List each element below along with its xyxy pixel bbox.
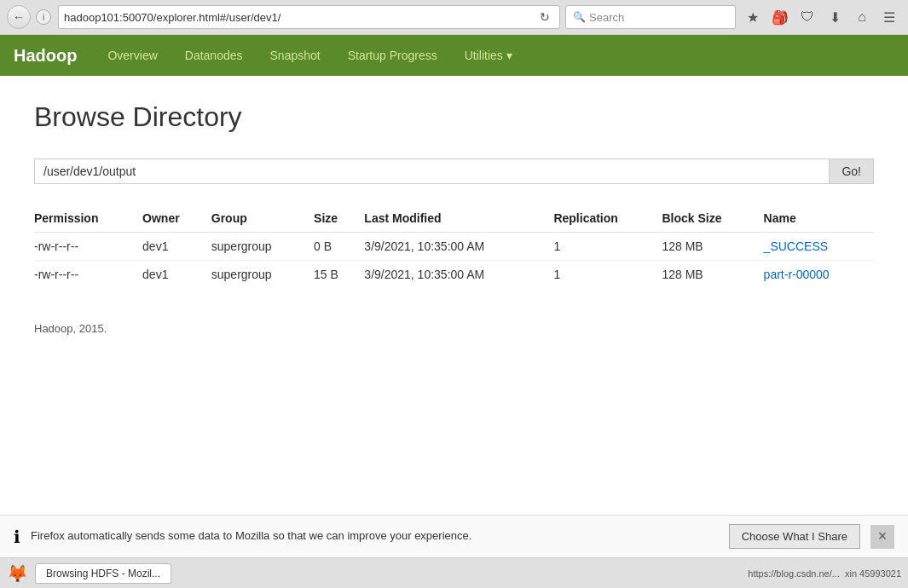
table-cell-0: -rw-r--r--: [34, 261, 142, 289]
shield-icon[interactable]: 🛡: [795, 5, 819, 29]
table-cell-1: dev1: [142, 261, 211, 289]
notification-text: Firefox automatically sends some data to…: [31, 528, 719, 544]
status-tab[interactable]: Browsing HDFS - Mozil...: [35, 563, 171, 584]
table-body: -rw-r--r--dev1supergroup0 B3/9/2021, 10:…: [34, 233, 874, 289]
notification-icon: ℹ: [14, 527, 20, 547]
col-owner: Owner: [142, 205, 211, 233]
directory-input-row: Go!: [34, 159, 874, 184]
go-button[interactable]: Go!: [830, 159, 874, 184]
browser-toolbar: ← i hadoop101:50070/explorer.html#/user/…: [0, 0, 908, 34]
col-name: Name: [764, 205, 874, 233]
status-right: https://blog.csdn.ne/... xin 45993021: [748, 568, 901, 579]
table-header: Permission Owner Group Size Last Modifie…: [34, 205, 874, 233]
table-cell-1: dev1: [142, 233, 211, 261]
nav-item-startup-progress[interactable]: Startup Progress: [334, 37, 451, 74]
hadoop-nav: Hadoop Overview Datanodes Snapshot Start…: [0, 35, 908, 76]
nav-item-snapshot[interactable]: Snapshot: [257, 37, 334, 74]
status-tab-label: Browsing HDFS - Mozil...: [46, 568, 160, 579]
nav-item-overview[interactable]: Overview: [94, 37, 171, 74]
table-row: -rw-r--r--dev1supergroup15 B3/9/2021, 10…: [34, 261, 874, 289]
search-placeholder: Search: [589, 11, 624, 24]
table-cell-5: 1: [553, 233, 662, 261]
table-cell-3: 15 B: [314, 261, 364, 289]
col-last-modified: Last Modified: [364, 205, 553, 233]
page-title: Browse Directory: [34, 101, 874, 133]
nav-item-utilities[interactable]: Utilities ▾: [451, 37, 526, 74]
footer-text: Hadoop, 2015.: [34, 322, 874, 335]
browser-chrome: ← i hadoop101:50070/explorer.html#/user/…: [0, 0, 908, 35]
table-row: -rw-r--r--dev1supergroup0 B3/9/2021, 10:…: [34, 233, 874, 261]
home-icon[interactable]: ⌂: [850, 5, 874, 29]
url-bar: hadoop101:50070/explorer.html#/user/dev1…: [58, 5, 560, 29]
bookmark-icon[interactable]: ★: [741, 5, 765, 29]
table-cell-5: 1: [553, 261, 662, 289]
search-bar[interactable]: 🔍 Search: [565, 5, 736, 29]
search-icon: 🔍: [573, 11, 586, 23]
status-extra: xin 45993021: [845, 568, 901, 579]
col-size: Size: [314, 205, 364, 233]
firefox-icon: 🦊: [7, 563, 28, 584]
briefcase-icon[interactable]: 🎒: [768, 5, 792, 29]
col-block-size: Block Size: [662, 205, 763, 233]
directory-input[interactable]: [34, 159, 830, 184]
table-cell-2: supergroup: [211, 233, 314, 261]
notification-close-button[interactable]: ×: [870, 525, 894, 549]
main-content: Browse Directory Go! Permission Owner Gr…: [0, 76, 908, 360]
table-cell-6: 128 MB: [662, 233, 763, 261]
choose-what-share-button[interactable]: Choose What I Share: [729, 524, 860, 549]
table-cell-6: 128 MB: [662, 261, 763, 289]
reload-button[interactable]: ↻: [535, 8, 554, 26]
table-cell-7[interactable]: part-r-00000: [764, 261, 874, 289]
nav-brand: Hadoop: [14, 46, 77, 66]
nav-item-datanodes[interactable]: Datanodes: [171, 37, 257, 74]
table-header-row: Permission Owner Group Size Last Modifie…: [34, 205, 874, 233]
toolbar-icons: ★ 🎒 🛡 ⬇ ⌂ ☰: [741, 5, 901, 29]
table-cell-0: -rw-r--r--: [34, 233, 142, 261]
col-replication: Replication: [553, 205, 662, 233]
file-link[interactable]: _SUCCESS: [764, 239, 828, 253]
notification-bar: ℹ Firefox automatically sends some data …: [0, 515, 908, 557]
info-icon[interactable]: i: [36, 9, 51, 25]
back-button[interactable]: ←: [7, 5, 31, 29]
status-bar: 🦊 Browsing HDFS - Mozil... https://blog.…: [0, 557, 908, 588]
table-cell-2: supergroup: [211, 261, 314, 289]
download-icon[interactable]: ⬇: [823, 5, 847, 29]
col-permission: Permission: [34, 205, 142, 233]
menu-icon[interactable]: ☰: [877, 5, 901, 29]
table-cell-4: 3/9/2021, 10:35:00 AM: [364, 233, 553, 261]
chevron-down-icon: ▾: [506, 49, 512, 62]
table-cell-7[interactable]: _SUCCESS: [764, 233, 874, 261]
url-text: hadoop101:50070/explorer.html#/user/dev1…: [64, 11, 532, 24]
file-link[interactable]: part-r-00000: [764, 268, 830, 281]
col-group: Group: [211, 205, 314, 233]
nav-item-utilities-label: Utilities: [465, 49, 503, 62]
file-table: Permission Owner Group Size Last Modifie…: [34, 205, 874, 288]
table-cell-3: 0 B: [314, 233, 364, 261]
status-url: https://blog.csdn.ne/...: [748, 568, 840, 579]
table-cell-4: 3/9/2021, 10:35:00 AM: [364, 261, 553, 289]
